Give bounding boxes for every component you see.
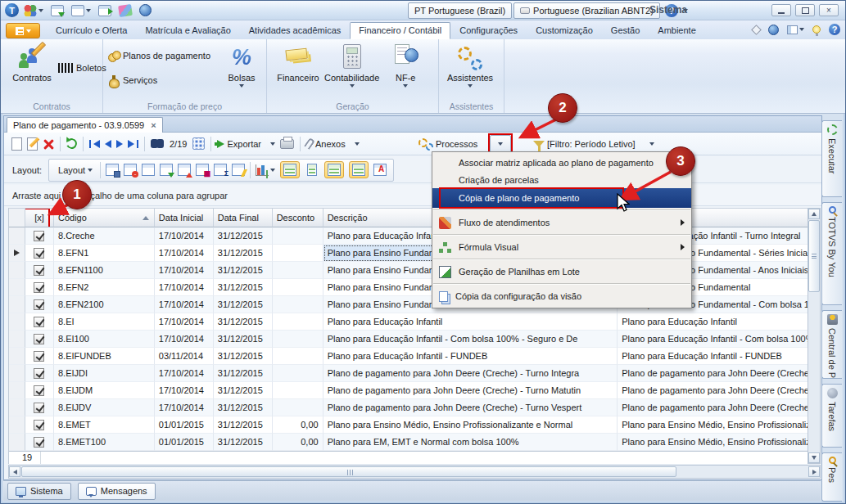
- row-checkbox[interactable]: [34, 403, 44, 413]
- globe-icon[interactable]: [139, 4, 152, 16]
- row-select-cell[interactable]: [25, 227, 54, 245]
- ribbon-tab-curr-culo-e-oferta[interactable]: Currículo e Oferta: [47, 22, 136, 39]
- cell-data-inicial[interactable]: 01/01/2015: [155, 434, 214, 451]
- cell-descricao-2[interactable]: Plano para Ensino Médio, Ensino Profissi…: [618, 416, 808, 434]
- cell-codigo[interactable]: 8.Creche: [54, 227, 155, 245]
- nfe-button[interactable]: NF-e: [379, 42, 432, 88]
- cell-data-final[interactable]: 31/12/2015: [214, 416, 273, 434]
- chevron-down-icon[interactable]: [355, 142, 360, 146]
- delete-record-button[interactable]: [40, 135, 57, 153]
- contratos-button[interactable]: Contratos: [6, 42, 58, 83]
- status-tab-mensagens[interactable]: Mensagens: [78, 483, 156, 500]
- cell-data-inicial[interactable]: 17/10/2014: [155, 279, 214, 296]
- menu-item-associar-matriz-aplicada-ao-plano-de-pagamento[interactable]: Associar matriz aplicada ao plano de pag…: [432, 154, 691, 171]
- cell-codigo[interactable]: 8.EIFUNDEB: [54, 348, 155, 365]
- font-icon[interactable]: A: [373, 164, 387, 176]
- row-select-cell[interactable]: [25, 434, 54, 451]
- contabilidade-button[interactable]: Contabilidade: [324, 42, 379, 88]
- sidebar-panel-central-de-pesquisa[interactable]: Central de Pesquisa: [821, 310, 842, 379]
- row-select-cell[interactable]: [25, 382, 54, 399]
- exportar-button[interactable]: Exportar: [215, 135, 278, 153]
- row-checkbox[interactable]: [34, 282, 44, 293]
- header-codigo[interactable]: Código: [54, 208, 155, 227]
- menu-item-gera-o-de-planilhas-em-lote[interactable]: Geração de Planilhas em Lote: [432, 262, 691, 281]
- row-select-cell[interactable]: [25, 399, 54, 416]
- help-icon[interactable]: ?: [829, 24, 840, 35]
- cell-data-final[interactable]: 31/12/2015: [214, 245, 273, 262]
- cell-desconto[interactable]: [273, 279, 323, 296]
- header-desconto[interactable]: Desconto: [273, 208, 323, 227]
- view-collapse-button[interactable]: [305, 162, 319, 178]
- scroll-left-button[interactable]: [9, 466, 20, 477]
- menu-item-c-pia-da-configura-o-da-vis-o[interactable]: Cópia da configuração da visão: [432, 286, 691, 306]
- cell-desconto[interactable]: [273, 262, 323, 279]
- cell-descricao[interactable]: Plano de pagamento para John Deere (Crec…: [323, 365, 618, 382]
- next-record-button[interactable]: [114, 135, 125, 153]
- row-checkbox[interactable]: [34, 231, 44, 241]
- grid-layout-icon[interactable]: [142, 164, 155, 176]
- last-record-button[interactable]: [125, 135, 141, 153]
- assistentes-button[interactable]: Assistentes: [444, 42, 496, 88]
- cell-data-inicial[interactable]: 17/10/2014: [155, 382, 214, 399]
- minimize-button[interactable]: [771, 4, 791, 16]
- ribbon-tab-matr-cula-e-avalia-o[interactable]: Matrícula e Avaliação: [136, 22, 239, 39]
- row-checkbox[interactable]: [34, 334, 44, 344]
- cell-descricao[interactable]: Plano para Educação Infantil - Com bolsa…: [323, 331, 618, 348]
- cell-desconto[interactable]: [273, 245, 323, 262]
- summary-icon[interactable]: Σ: [214, 164, 227, 176]
- document-tab[interactable]: Plano de pagamento - 03.9.0599 ×: [7, 117, 163, 133]
- chevron-down-icon[interactable]: [38, 9, 43, 12]
- search-button[interactable]: [148, 135, 166, 153]
- application-menu-button[interactable]: [6, 23, 40, 38]
- tip-lightbulb-icon[interactable]: [812, 25, 821, 34]
- cell-codigo[interactable]: 8.EIJDI: [54, 365, 155, 382]
- bolsas-button[interactable]: % Bolsas: [215, 42, 268, 88]
- new-record-button[interactable]: [9, 135, 25, 153]
- cell-data-inicial[interactable]: 17/10/2014: [155, 365, 214, 382]
- sidebar-panel-executar[interactable]: Executar: [821, 120, 842, 197]
- cell-codigo[interactable]: 8.EMET: [54, 416, 155, 434]
- grid-view-button[interactable]: [190, 135, 207, 153]
- cell-codigo[interactable]: 8.EFN2100: [54, 296, 155, 313]
- cell-data-final[interactable]: 31/12/2015: [214, 382, 273, 399]
- cell-codigo[interactable]: 8.EI100: [54, 331, 155, 348]
- cell-codigo[interactable]: 8.EIJDV: [54, 399, 155, 416]
- close-button[interactable]: ×: [819, 4, 839, 16]
- cell-data-final[interactable]: 31/12/2015: [214, 399, 273, 416]
- cell-data-inicial[interactable]: 17/10/2014: [155, 313, 214, 331]
- chevron-down-icon[interactable]: [270, 142, 275, 146]
- remove-layout-icon[interactable]: -: [124, 164, 137, 176]
- cell-data-inicial[interactable]: 17/10/2014: [155, 262, 214, 279]
- close-icon[interactable]: ×: [151, 120, 156, 130]
- row-checkbox[interactable]: [34, 437, 44, 448]
- view-full-button[interactable]: [349, 161, 369, 178]
- row-select-cell[interactable]: [25, 296, 54, 313]
- row-select-cell[interactable]: [25, 245, 54, 262]
- menu-item-f-rmula-visual[interactable]: Fórmula Visual: [432, 237, 691, 257]
- cell-codigo[interactable]: 8.EIJDM: [54, 382, 155, 399]
- language-button-primary[interactable]: PT Portuguese (Brazil): [408, 2, 512, 19]
- status-tab-sistema[interactable]: Sistema: [7, 483, 71, 500]
- chevron-down-icon[interactable]: [649, 142, 654, 146]
- cell-data-final[interactable]: 31/12/2015: [214, 262, 273, 279]
- cell-codigo[interactable]: 8.EI: [54, 313, 155, 331]
- row-checkbox[interactable]: [34, 299, 44, 310]
- table-row[interactable]: 8.EMET100 01/01/2015 31/12/2015 0,00 Pla…: [9, 434, 808, 451]
- cell-desconto[interactable]: [273, 399, 323, 416]
- ribbon-tab-ambiente[interactable]: Ambiente: [649, 22, 704, 39]
- cell-data-final[interactable]: 31/12/2015: [214, 313, 273, 331]
- cell-descricao[interactable]: Plano para Ensino Médio, Ensino Profissi…: [323, 416, 618, 434]
- row-select-cell[interactable]: [25, 365, 54, 382]
- cell-data-inicial[interactable]: 17/10/2014: [155, 331, 214, 348]
- sidebar-panel-tarefas[interactable]: Tarefas: [821, 384, 842, 448]
- print-button[interactable]: [278, 135, 296, 153]
- cell-data-final[interactable]: 31/12/2015: [214, 279, 273, 296]
- table-row[interactable]: 8.EIFUNDEB 03/11/2014 31/12/2015 Plano p…: [9, 348, 808, 365]
- layout-panel-icon[interactable]: [787, 25, 798, 34]
- ribbon-tab-financeiro-cont-bil[interactable]: Financeiro / Contábil: [350, 22, 450, 39]
- cell-desconto[interactable]: [273, 365, 323, 382]
- table-row[interactable]: 8.EMET 01/01/2015 31/12/2015 0,00 Plano …: [9, 416, 808, 434]
- layout-dropdown-button[interactable]: Layout: [56, 161, 95, 179]
- chevron-down-icon[interactable]: [86, 9, 91, 12]
- cell-descricao-2[interactable]: Plano de pagamento para John Deere (Crec…: [618, 399, 808, 416]
